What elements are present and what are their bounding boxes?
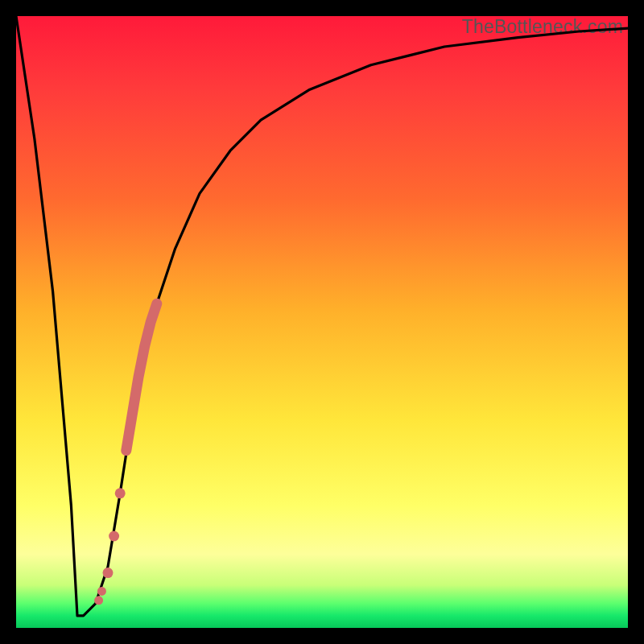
bottleneck-curve — [16, 16, 628, 616]
highlight-dot — [97, 587, 106, 596]
highlight-dot — [103, 568, 114, 578]
highlight-dot — [109, 531, 119, 542]
curve-layer — [16, 16, 628, 628]
chart-frame: TheBottleneck.com — [0, 0, 644, 644]
highlight-dot — [94, 596, 103, 605]
sample-markers — [94, 303, 157, 605]
highlight-dot — [115, 488, 126, 498]
highlight-band — [126, 303, 157, 450]
plot-area: TheBottleneck.com — [16, 16, 628, 628]
